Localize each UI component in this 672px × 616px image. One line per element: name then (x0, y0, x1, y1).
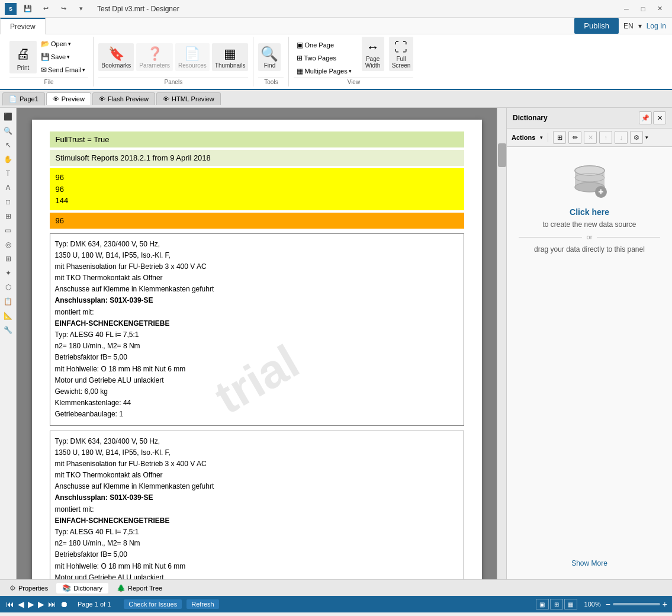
action-up-btn[interactable]: ↑ (599, 131, 612, 144)
scrollbar-thumb[interactable] (498, 143, 506, 167)
tb1-line8: EINFACH-SCHNECKENGETRIEBE (55, 318, 459, 329)
quick-undo-btn[interactable]: ↩ (38, 3, 53, 15)
action-delete-btn[interactable]: ✕ (584, 131, 597, 144)
full-screen-button[interactable]: ⛶ FullScreen (389, 37, 414, 71)
bookmarks-label: Bookmarks (101, 62, 131, 69)
view-mode-list[interactable]: ▦ (564, 599, 577, 609)
action-edit-btn[interactable]: ✏ (568, 131, 581, 144)
tool-target[interactable]: ◎ (2, 238, 15, 251)
action-copy-btn[interactable]: ⊞ (553, 131, 566, 144)
minimize-btn[interactable]: ─ (619, 3, 634, 15)
email-label: Send Email (48, 66, 81, 73)
dictionary-tab-icon: 📚 (62, 584, 71, 592)
page-width-icon: ↔ (365, 39, 381, 56)
panels-group-items: 🔖 Bookmarks ❓ Parameters 📄 Resources ▦ T… (98, 37, 248, 77)
next-page-btn[interactable]: ▶ (37, 599, 46, 609)
tool-text[interactable]: T (2, 167, 15, 180)
app-title: Test Dpi v3.mrt - Designer (97, 5, 179, 13)
zoom-slider[interactable] (613, 603, 660, 605)
zoom-out-btn[interactable]: − (606, 599, 610, 609)
tool-hand[interactable]: ✋ (2, 153, 15, 166)
tool-star[interactable]: ✦ (2, 267, 15, 280)
print-button[interactable]: 🖨 Print (9, 41, 37, 73)
one-page-button[interactable]: ▣ One Page (294, 39, 354, 51)
quick-redo-btn[interactable]: ↪ (56, 3, 71, 15)
tool-zoom[interactable]: 🔍 (2, 124, 15, 137)
send-email-button[interactable]: ✉ Send Email ▾ (38, 64, 88, 76)
tb1-line16: Getriebeanbaulage: 1 (55, 409, 459, 420)
record-btn[interactable]: ⏺ (59, 599, 69, 609)
page-width-button[interactable]: ↔ PageWidth (362, 37, 384, 71)
action-down-btn[interactable]: ↓ (615, 131, 628, 144)
play-btn[interactable]: ▶ (27, 599, 36, 609)
zoom-in-btn[interactable]: + (663, 599, 667, 609)
close-panel-button[interactable]: ✕ (653, 111, 666, 124)
parameters-button[interactable]: ❓ Parameters (136, 43, 173, 71)
yellow-line-3: 144 (56, 195, 458, 207)
first-page-btn[interactable]: ⏮ (5, 599, 15, 609)
tool-ruler[interactable]: 📐 (2, 309, 15, 322)
tool-select[interactable]: ⬛ (2, 110, 15, 123)
refresh-btn[interactable]: Refresh (187, 599, 219, 609)
report-yellow-block: 96 96 144 (50, 168, 464, 210)
tool-settings[interactable]: 🔧 (2, 323, 15, 336)
bottom-tab-properties[interactable]: ⚙ Properties (4, 583, 54, 593)
tool-border[interactable]: ▭ (2, 224, 15, 237)
click-here-link[interactable]: Click here (570, 207, 609, 217)
two-pages-button[interactable]: ⊞ Two Pages (294, 52, 354, 64)
close-btn[interactable]: ✕ (652, 3, 667, 15)
find-button[interactable]: 🔍 Find (258, 43, 281, 71)
view-mode-single[interactable]: ▣ (536, 599, 549, 609)
thumbnails-button[interactable]: ▦ Thumbnails (212, 43, 249, 71)
vertical-scrollbar[interactable] (497, 108, 506, 579)
open-button[interactable]: 📂 Open ▾ (38, 38, 88, 50)
save-button[interactable]: 💾 Save ▾ (38, 51, 88, 63)
lang-chevron[interactable]: ▾ (638, 22, 642, 30)
resources-button[interactable]: 📄 Resources (175, 43, 210, 71)
tool-grid[interactable]: ⊞ (2, 252, 15, 265)
doc-tab-page1[interactable]: 📄 Page1 (2, 92, 45, 105)
publish-button[interactable]: Publish (574, 18, 619, 34)
prev-page-btn[interactable]: ◀ (17, 599, 25, 609)
quick-save-btn[interactable]: 💾 (20, 3, 36, 15)
save-chevron: ▾ (67, 54, 70, 60)
quick-access-dropdown[interactable]: ▾ (73, 3, 89, 15)
check-issues-btn[interactable]: Check for Issues (124, 599, 182, 609)
maximize-btn[interactable]: □ (635, 3, 651, 15)
thumbnails-label: Thumbnails (215, 62, 246, 69)
login-button[interactable]: Log In (647, 22, 666, 30)
preview-area[interactable]: trial FullTrust = True Stimulsoft Report… (17, 108, 506, 579)
action-settings-btn[interactable]: ⚙ (630, 131, 643, 144)
ribbon-content: 🖨 Print 📂 Open ▾ 💾 Save ▾ (0, 34, 672, 89)
app-logo: S (5, 3, 17, 15)
bottom-tab-report-tree[interactable]: 🌲 Report Tree (111, 583, 168, 593)
email-chevron: ▾ (82, 67, 85, 73)
tool-arrow[interactable]: ↖ (2, 139, 15, 152)
tool-rect[interactable]: □ (2, 195, 15, 208)
doc-tab-preview[interactable]: 👁 Preview (46, 92, 91, 105)
doc-tab-flash[interactable]: 👁 Flash Preview (92, 92, 155, 105)
view-mode-grid[interactable]: ⊞ (550, 599, 563, 609)
doc-tab-html[interactable]: 👁 HTML Preview (156, 92, 221, 105)
tool-hex[interactable]: ⬡ (2, 281, 15, 294)
pin-button[interactable]: 📌 (639, 111, 652, 124)
show-more-link[interactable]: Show More (567, 554, 612, 572)
multiple-pages-icon: ▦ (297, 67, 303, 75)
lang-selector[interactable]: EN (623, 22, 634, 30)
bookmarks-button[interactable]: 🔖 Bookmarks (98, 43, 134, 71)
open-icon: 📂 (41, 40, 50, 48)
flash-tab-label: Flash Preview (108, 95, 149, 102)
actions-chevron: ▾ (540, 134, 543, 140)
tb1-line11: Betriebsfaktor fB= 5,00 (55, 352, 459, 363)
tool-table[interactable]: ⊞ (2, 210, 15, 223)
tool-label[interactable]: A (2, 181, 15, 194)
page-info: Page 1 of 1 (78, 601, 111, 608)
bottom-tab-dictionary[interactable]: 📚 Dictionary (56, 583, 108, 593)
database-icon: + (569, 159, 610, 200)
tab-preview[interactable]: Preview (0, 18, 46, 34)
page1-label: Page1 (20, 95, 38, 102)
last-page-btn[interactable]: ⏭ (47, 599, 57, 609)
multiple-pages-button[interactable]: ▦ Multiple Pages ▾ (294, 65, 354, 77)
thumbnails-icon: ▦ (222, 46, 239, 62)
tool-copy[interactable]: 📋 (2, 295, 15, 308)
